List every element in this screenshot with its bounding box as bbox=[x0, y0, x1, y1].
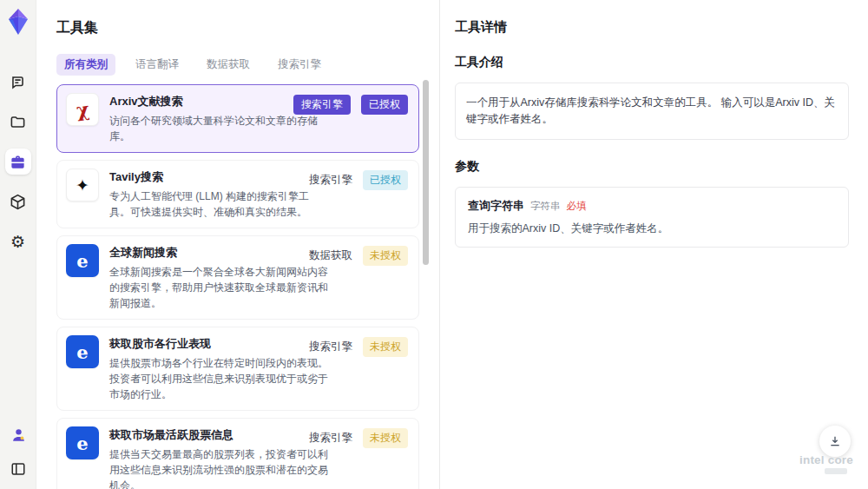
tool-badges: 搜索引擎 已授权 bbox=[309, 170, 408, 190]
tool-details-panel: 工具详情 工具介绍 一个用于从Arxiv存储库搜索科学论文和文章的工具。 输入可… bbox=[441, 0, 868, 489]
status-badge: 未授权 bbox=[363, 428, 408, 448]
category-label: 搜索引擎 bbox=[309, 431, 352, 446]
sidebar-item-settings[interactable]: ⚙ bbox=[5, 228, 31, 254]
tool-row-sector-performance[interactable]: e 获取股市各行业表现 提供股票市场各个行业在特定时间段内的表现。投资者可以利用… bbox=[56, 327, 419, 411]
status-badge: 已授权 bbox=[363, 170, 408, 190]
finance-blue-icon: e bbox=[66, 335, 99, 368]
left-sidebar: ⚙ bbox=[0, 0, 36, 489]
sidebar-nav: ⚙ bbox=[5, 69, 31, 254]
tool-row-arxiv[interactable]: χ Arxiv文献搜索 访问各个研究领域大量科学论文和文章的存储库。 搜索引擎 … bbox=[56, 84, 419, 153]
intro-heading: 工具介绍 bbox=[455, 55, 849, 70]
category-label: 搜索引擎 bbox=[309, 340, 352, 354]
tool-badges: 数据获取 未授权 bbox=[309, 246, 408, 266]
app-logo-diamond-icon bbox=[6, 8, 30, 36]
intel-core-badge: intel core bbox=[795, 453, 858, 474]
sidebar-item-files[interactable] bbox=[5, 109, 31, 135]
param-type: 字符串 bbox=[530, 200, 561, 213]
sidebar-bottom bbox=[0, 421, 36, 482]
app-window: ⚙ 工具集 所有类别 语言翻译 数据获取 搜索引擎 bbox=[0, 0, 868, 489]
param-name: 查询字符串 bbox=[468, 198, 524, 214]
status-badge: 未授权 bbox=[363, 337, 408, 357]
tool-row-active-stocks[interactable]: e 获取市场最活跃股票信息 提供当天交易量最高的股票列表，投资者可以利用这些信息… bbox=[56, 418, 419, 489]
tool-row-tavily[interactable]: ✦ Tavily搜索 专为人工智能代理 (LLM) 构建的搜索引擎工具。可快速提… bbox=[56, 160, 419, 228]
collapse-panel-button[interactable] bbox=[5, 456, 31, 482]
arxiv-icon: χ bbox=[66, 93, 99, 126]
param-card: 查询字符串 字符串 必填 用于搜索的Arxiv ID、关键字或作者姓名。 bbox=[455, 187, 849, 248]
tool-badges: 搜索引擎 未授权 bbox=[309, 428, 408, 448]
news-blue-icon: e bbox=[66, 244, 99, 277]
download-button[interactable] bbox=[819, 426, 851, 457]
tab-language-translation[interactable]: 语言翻译 bbox=[128, 54, 187, 76]
category-badge: 搜索引擎 bbox=[293, 95, 351, 115]
tool-list: χ Arxiv文献搜索 访问各个研究领域大量科学论文和文章的存储库。 搜索引擎 … bbox=[56, 84, 419, 489]
gear-icon: ⚙ bbox=[10, 234, 25, 250]
tab-data-acquisition[interactable]: 数据获取 bbox=[199, 54, 258, 76]
param-required-flag: 必填 bbox=[567, 200, 587, 213]
details-title: 工具详情 bbox=[455, 19, 849, 36]
params-heading: 参数 bbox=[455, 159, 849, 175]
tool-description: 全球新闻搜索是一个聚合全球各大新闻网站内容的搜索引擎，帮助用户快速获取全球最新资… bbox=[109, 264, 328, 311]
tool-description: 专为人工智能代理 (LLM) 构建的搜索引擎工具。可快速提供实时、准确和真实的结… bbox=[109, 188, 328, 220]
folder-icon bbox=[10, 114, 26, 130]
tab-search-engine[interactable]: 搜索引擎 bbox=[270, 54, 329, 76]
tool-description: 提供当天交易量最高的股票列表，投资者可以利用这些信息来识别流动性强的股票和潜在的… bbox=[109, 446, 328, 489]
tool-badges: 搜索引擎 未授权 bbox=[309, 337, 408, 357]
account-button[interactable] bbox=[5, 421, 31, 447]
tab-all-categories[interactable]: 所有类别 bbox=[56, 54, 115, 76]
tools-panel-title: 工具集 bbox=[56, 19, 422, 37]
category-label: 数据获取 bbox=[309, 248, 352, 263]
list-scrollbar[interactable] bbox=[423, 80, 429, 265]
tool-description: 提供股票市场各个行业在特定时间段内的表现。投资者可以利用这些信息来识别表现优于或… bbox=[109, 355, 328, 402]
param-description: 用于搜索的Arxiv ID、关键字或作者姓名。 bbox=[468, 221, 836, 236]
panel-icon bbox=[10, 461, 26, 477]
tools-panel: 工具集 所有类别 语言翻译 数据获取 搜索引擎 χ Arxiv文献搜索 访问各个… bbox=[36, 0, 440, 489]
category-tabs: 所有类别 语言翻译 数据获取 搜索引擎 bbox=[56, 54, 422, 76]
tool-description: 访问各个研究领域大量科学论文和文章的存储库。 bbox=[109, 113, 328, 144]
sidebar-item-chat[interactable] bbox=[5, 69, 31, 95]
download-icon bbox=[828, 434, 842, 448]
intro-card: 一个用于从Arxiv存储库搜索科学论文和文章的工具。 输入可以是Arxiv ID… bbox=[455, 83, 849, 140]
intro-text: 一个用于从Arxiv存储库搜索科学论文和文章的工具。 输入可以是Arxiv ID… bbox=[466, 96, 835, 125]
sidebar-item-models[interactable] bbox=[5, 188, 31, 215]
category-label: 搜索引擎 bbox=[309, 173, 352, 188]
briefcase-icon bbox=[10, 154, 26, 170]
intel-core-sub-mark bbox=[825, 468, 847, 474]
tool-row-global-news[interactable]: e 全球新闻搜索 全球新闻搜索是一个聚合全球各大新闻网站内容的搜索引擎，帮助用户… bbox=[56, 235, 419, 320]
tavily-star-icon: ✦ bbox=[66, 169, 99, 202]
person-icon bbox=[10, 426, 27, 443]
status-badge: 未授权 bbox=[363, 246, 408, 266]
sidebar-item-tools[interactable] bbox=[5, 149, 31, 175]
intel-core-logo-text: intel core bbox=[795, 453, 858, 466]
status-badge: 已授权 bbox=[361, 95, 408, 115]
chat-icon bbox=[10, 74, 26, 90]
param-header: 查询字符串 字符串 必填 bbox=[468, 198, 836, 214]
cube-icon bbox=[10, 194, 26, 210]
finance-blue-icon: e bbox=[66, 426, 99, 459]
tool-badges: 搜索引擎 已授权 bbox=[293, 95, 408, 115]
